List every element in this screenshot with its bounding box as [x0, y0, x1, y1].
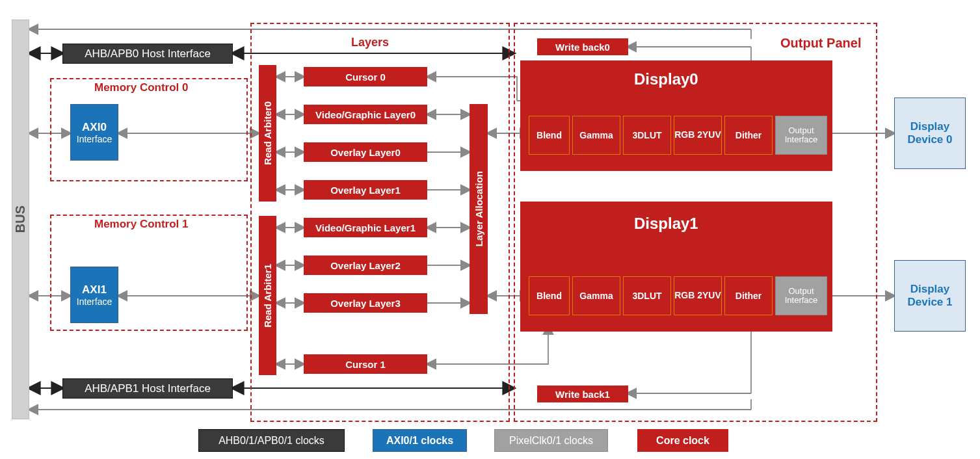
memory-control-1-title: Memory Control 1: [94, 218, 189, 231]
legend-axi: AXI0/1 clocks: [373, 429, 467, 452]
display1-gamma: Gamma: [572, 276, 620, 315]
axi0-label: AXI0: [82, 121, 107, 134]
host-interface-1: AHB/APB1 Host Interface: [62, 378, 233, 399]
bus-block: BUS: [12, 20, 29, 419]
axi1-block: AXI1 Interface: [70, 267, 118, 323]
display1-dither: Dither: [724, 276, 773, 315]
layer-vg0: Video/Graphic Layer0: [304, 105, 427, 124]
layer-allocation-label: Layer Allocation: [473, 171, 484, 246]
read-arbiter-1: Read Arbiter1: [259, 216, 276, 375]
layer-ov0: Overlay Layer0: [304, 142, 427, 162]
display-device-0-l1: Display: [910, 120, 949, 133]
writeback-1: Write back1: [537, 386, 628, 402]
layers-title: Layers: [351, 36, 389, 49]
display1-3dlut: 3DLUT: [623, 276, 671, 315]
display0-blend: Blend: [529, 116, 570, 155]
display1-title: Display1: [634, 215, 698, 233]
axi0-block: AXI0 Interface: [70, 104, 118, 161]
display0-3dlut: 3DLUT: [623, 116, 671, 155]
layer-ov1: Overlay Layer1: [304, 180, 427, 200]
layer-vg1: Video/Graphic Layer1: [304, 218, 427, 237]
axi0-sub: Interface: [77, 134, 112, 144]
display1-output-interface: Output Interface: [775, 276, 827, 315]
read-arbiter-1-label: Read Arbiter1: [262, 264, 273, 328]
display1-rgb2yuv: RGB 2YUV: [674, 276, 722, 315]
display0-rgb2yuv: RGB 2YUV: [674, 116, 722, 155]
display0-gamma: Gamma: [572, 116, 620, 155]
display1-blend: Blend: [529, 276, 570, 315]
axi1-sub: Interface: [77, 296, 112, 307]
memory-control-0-title: Memory Control 0: [94, 81, 189, 94]
layer-cursor1: Cursor 1: [304, 354, 427, 374]
legend-pix: PixelClk0/1 clocks: [494, 429, 608, 452]
layer-cursor0: Cursor 0: [304, 67, 427, 86]
display-device-1-l2: Device 1: [908, 296, 953, 309]
bus-label: BUS: [13, 205, 28, 233]
display0-dither: Dither: [724, 116, 773, 155]
display-device-0: Display Device 0: [894, 98, 966, 169]
display-device-0-l2: Device 0: [908, 133, 953, 146]
display0-title: Display0: [634, 70, 698, 88]
display0-output-interface: Output Interface: [775, 116, 827, 155]
legend-core: Core clock: [637, 429, 728, 452]
writeback-0: Write back0: [537, 38, 628, 55]
display-device-1-l1: Display: [910, 283, 949, 296]
read-arbiter-0: Read Arbiter0: [259, 65, 276, 202]
legend-ahb: AHB0/1/APB0/1 clocks: [198, 429, 345, 452]
layer-ov3: Overlay Layer3: [304, 293, 427, 313]
layer-ov2: Overlay Layer2: [304, 256, 427, 275]
layer-allocation: Layer Allocation: [470, 104, 488, 314]
axi1-label: AXI1: [82, 283, 107, 296]
host-interface-0: AHB/APB0 Host Interface: [62, 44, 233, 64]
output-panel-title: Output Panel: [780, 36, 861, 51]
display-device-1: Display Device 1: [894, 260, 966, 332]
read-arbiter-0-label: Read Arbiter0: [262, 101, 273, 165]
